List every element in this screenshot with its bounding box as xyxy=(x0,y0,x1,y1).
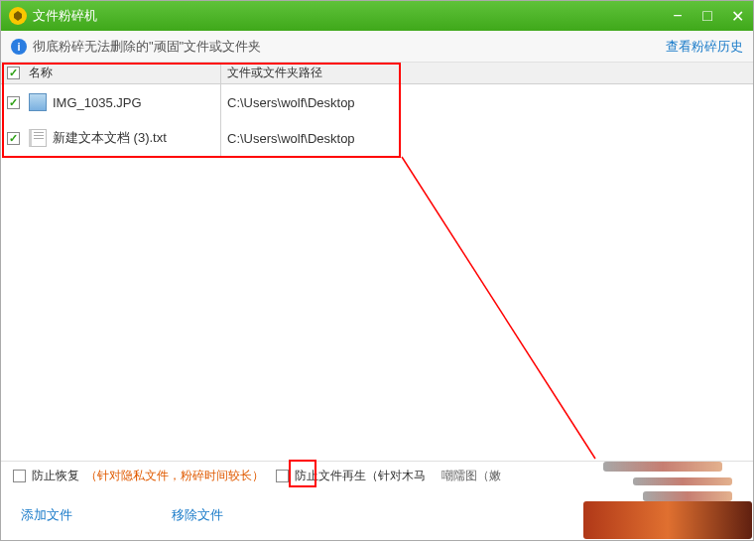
row-path-cell: C:\Users\wolf\Desktop xyxy=(221,84,753,120)
image-file-icon xyxy=(29,93,47,111)
prevent-recover-hint: （针对隐私文件，粉碎时间较长） xyxy=(85,468,264,484)
header-name[interactable]: 名称 xyxy=(25,63,221,83)
window-title: 文件粉碎机 xyxy=(33,7,670,25)
table-row[interactable]: IMG_1035.JPGC:\Users\wolf\Desktop xyxy=(1,84,753,120)
row-checkbox[interactable] xyxy=(7,132,20,145)
table-row[interactable]: 新建文本文档 (3).txtC:\Users\wolf\Desktop xyxy=(1,120,753,156)
maximize-button[interactable]: □ xyxy=(699,7,715,26)
history-link[interactable]: 查看粉碎历史 xyxy=(666,38,743,56)
remove-file-link[interactable]: 移除文件 xyxy=(172,506,223,524)
file-list: IMG_1035.JPGC:\Users\wolf\Desktop新建文本文档 … xyxy=(1,84,753,461)
file-path: C:\Users\wolf\Desktop xyxy=(227,131,355,146)
file-name: 新建文本文档 (3).txt xyxy=(53,129,167,147)
row-checkbox[interactable] xyxy=(7,96,20,109)
actions-bar: 添加文件 移除文件 xyxy=(1,490,753,540)
prevent-regen-checkbox[interactable] xyxy=(276,470,289,482)
header-path[interactable]: 文件或文件夹路径 xyxy=(221,63,753,83)
row-name-cell: 新建文本文档 (3).txt xyxy=(25,120,221,156)
file-name: IMG_1035.JPG xyxy=(53,95,142,110)
window-controls: − □ ✕ xyxy=(670,7,745,26)
info-message: 彻底粉碎无法删除的"顽固"文件或文件夹 xyxy=(33,38,666,56)
text-file-icon xyxy=(29,129,47,147)
close-button[interactable]: ✕ xyxy=(729,7,745,26)
row-checkbox-cell xyxy=(1,96,25,109)
row-name-cell: IMG_1035.JPG xyxy=(25,84,221,120)
info-bar: i 彻底粉碎无法删除的"顽固"文件或文件夹 查看粉碎历史 xyxy=(1,31,753,63)
row-path-cell: C:\Users\wolf\Desktop xyxy=(221,120,753,156)
prevent-recover-checkbox[interactable] xyxy=(13,470,26,482)
add-file-link[interactable]: 添加文件 xyxy=(21,506,72,524)
prevent-regen-label: 防止文件再生（针对木马 xyxy=(295,468,426,484)
app-window: 文件粉碎机 − □ ✕ i 彻底粉碎无法删除的"顽固"文件或文件夹 查看粉碎历史… xyxy=(0,0,754,541)
garbled-text: 嘲隭图（嫩 xyxy=(441,468,501,484)
select-all-checkbox[interactable] xyxy=(7,67,20,79)
titlebar[interactable]: 文件粉碎机 − □ ✕ xyxy=(1,1,753,31)
header-checkbox-cell xyxy=(1,67,25,79)
table-header: 名称 文件或文件夹路径 xyxy=(1,63,753,84)
row-checkbox-cell xyxy=(1,132,25,145)
options-bar: 防止恢复 （针对隐私文件，粉碎时间较长） 防止文件再生（针对木马 嘲隭图（嫩 xyxy=(1,461,753,490)
prevent-recover-label: 防止恢复 xyxy=(32,468,79,484)
app-icon xyxy=(9,7,27,25)
file-path: C:\Users\wolf\Desktop xyxy=(227,95,355,110)
info-icon: i xyxy=(11,39,27,55)
minimize-button[interactable]: − xyxy=(670,7,686,26)
